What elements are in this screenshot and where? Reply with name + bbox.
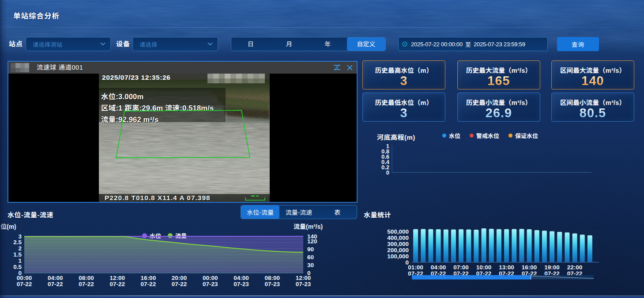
bar [588,235,592,262]
scale-ruler-icon [245,195,265,201]
tab-level-flow[interactable]: 水位-流量 [241,205,279,219]
x-tick-date: 07-23 [265,281,280,287]
legend-dot [470,134,474,138]
level-flow-plot [24,236,303,273]
stream-switch-icon[interactable]: S [332,63,342,72]
tab-flow-velocity[interactable]: 流量-流速 [279,205,318,219]
stat-card-label: 历史最小流量（m³/s） [458,97,540,107]
x-tick-time: 08:00 [79,275,94,281]
bar [474,230,478,262]
clock-icon [402,41,407,47]
period-toggle-group: 日 月 年 自定义 [231,37,386,51]
video-titlebar: 流速球 通道001 S [8,62,357,74]
video-ptz-bar: P220.8 T010.8 X11.4 A 07.398 [99,194,270,202]
y-tick-label: 400,000 [387,235,409,241]
bar [413,229,418,262]
y-tick-label: 200,000 [387,247,409,253]
bar [466,229,471,262]
bar [572,234,577,262]
left-tick-label: 2 [18,245,22,252]
period-custom-button[interactable]: 自定义 [347,37,385,51]
x-tick-time: 07:00 [453,264,469,271]
left-tick-label: 1.5 [13,251,22,258]
x-tick-time: 04:00 [233,275,249,281]
header-divider [0,27,644,28]
x-tick-time: 10:00 [476,264,492,271]
x-tick-date: 07-23 [296,281,311,287]
x-tick-time: 00:00 [17,275,32,281]
legend-item-level[interactable]: 水位 [442,131,460,140]
volume-plot: 500,000400,000300,000200,000100,000001:0… [387,228,599,277]
period-day-button[interactable]: 日 [231,37,270,51]
x-tick-time: 00:00 [203,275,218,281]
x-tick-time: 16:00 [522,264,537,271]
bar [497,229,501,262]
bar [557,232,562,262]
stat-card-range-max-flow: 区间最大流量（m³/s） 140 [551,60,634,89]
date-end-value: 2025-07-23 23:59:59 [474,41,525,48]
video-panel: 流速球 通道001 S [8,61,358,203]
close-icon[interactable] [345,63,354,72]
x-tick-date: 07-22 [172,281,187,287]
measure-region-overlay [99,74,270,202]
filter-bar: 站点 请选择测站 设备 请选择 日 月 年 自定义 2025-07-22 00:… [0,37,644,51]
tab-table[interactable]: 表 [318,205,357,219]
left-tick-label: 3 [18,233,22,240]
dashboard-root: 单站综合分析 站点 请选择测站 设备 请选择 日 月 年 自定义 2025-07… [0,0,644,298]
bar [428,229,433,262]
x-tick-time: 20:00 [172,275,187,281]
riverbed-legend: 水位 警戒水位 保证水位 [442,131,547,140]
stat-card-value: 3 [363,74,445,87]
x-tick-date: 07-22 [17,281,32,287]
x-tick-time: 12:00 [109,275,125,281]
svg-text:S: S [335,65,338,70]
stat-card-label: 历史最大流量（m³/s） [458,65,540,74]
station-select[interactable]: 请选择测站 [26,37,111,51]
legend-label: 警戒水位 [476,131,499,140]
bar [421,229,426,262]
datazoom-slider[interactable] [412,275,594,279]
legend-item-assure-level[interactable]: 保证水位 [508,131,538,140]
period-year-button[interactable]: 年 [309,37,347,51]
station-label: 站点 [9,37,23,51]
bar [565,232,569,262]
stat-card-value: 26.9 [458,107,540,119]
chevron-down-icon [207,42,213,46]
x-tick-date: 07-23 [203,281,218,287]
chevron-down-icon [100,42,105,46]
video-ptz-text: P220.8 T010.8 X11.4 A 07.398 [105,194,211,202]
right-tick-label: 30 [307,262,314,268]
page-title: 单站综合分析 [13,10,60,21]
stat-card-value: 80.5 [552,107,634,119]
bar [482,228,486,262]
left-tick-label: 1 [18,257,22,264]
legend-item-warn-level[interactable]: 警戒水位 [470,131,499,140]
datazoom-handle[interactable] [530,275,531,279]
video-body: 2025/07/23 12:35:26 水位:3.000m 区域:1 距离:29… [8,74,357,202]
stat-card-label: 区间最小流量（m³/s） [552,97,634,107]
device-select[interactable]: 请选择 [132,37,218,51]
stat-card-value: 140 [552,74,634,87]
x-tick-time: 13:00 [499,264,514,271]
x-tick-time: 04:00 [48,275,63,281]
left-tick-label: 0.5 [13,264,22,270]
stat-card-label: 区间最大流量（m³/s） [552,65,634,74]
period-month-button[interactable]: 月 [270,37,308,51]
x-tick-time: 22:00 [567,264,583,271]
right-axis-name: 流量(m³/s) [294,223,323,230]
legend-dot [508,134,512,138]
left-tick-label: 2.5 [13,239,22,246]
bar [580,235,585,262]
query-button[interactable]: 查询 [557,37,599,51]
right-tick-label: 60 [307,254,314,261]
date-separator: 至 [465,40,471,48]
x-tick-date: 07-22 [141,281,156,287]
level-flow-tabs: 水位-流量 流量-流速 表 [241,205,357,219]
level-flow-title: 水位-流量-流速 [8,210,53,219]
date-range-input[interactable]: 2025-07-22 00:00:00 至 2025-07-23 23:59:5… [398,37,548,51]
bar [535,230,539,262]
legend-label: 保证水位 [515,131,538,140]
stat-card-max-flow: 历史最大流量（m³/s） 165 [457,60,540,89]
y-tick-label: 500,000 [387,228,409,235]
bar [489,229,494,262]
